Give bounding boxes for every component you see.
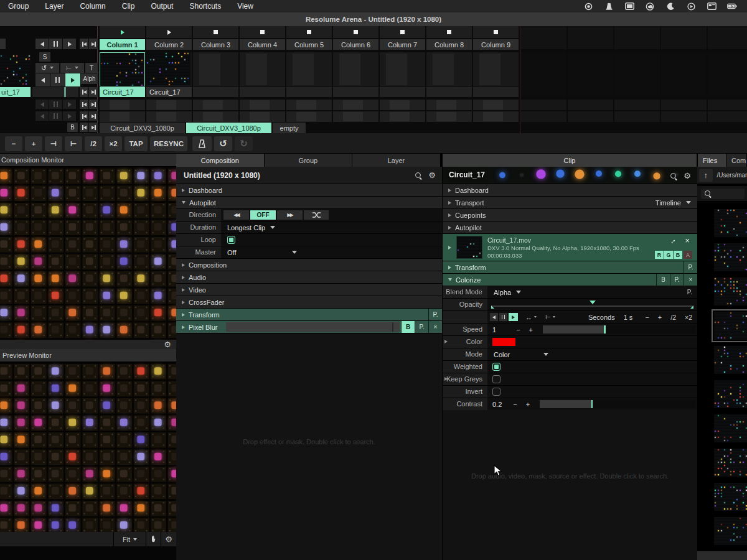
file-thumbnail[interactable]	[714, 380, 747, 408]
layer2-skip-end-button[interactable]	[89, 100, 98, 109]
clip-cell-3[interactable]	[193, 52, 238, 97]
file-thumbnail[interactable]	[714, 243, 747, 271]
menu-group[interactable]: Group	[0, 0, 37, 12]
tab-clip[interactable]: Clip	[443, 154, 697, 167]
blend-mode-param-badge[interactable]: P.	[687, 289, 697, 296]
empty-slot[interactable]	[286, 100, 332, 110]
timeline-unit-dropdown[interactable]: Seconds	[588, 314, 615, 321]
column-9-label[interactable]: Column 9	[473, 39, 519, 50]
layer3-play-button[interactable]	[63, 111, 76, 121]
colorize-bypass-badge[interactable]: B	[656, 274, 670, 286]
layer-pause-button[interactable]	[50, 73, 65, 86]
clip-cell-2[interactable]: Circuit_17	[146, 52, 192, 97]
composition-strip-partial-button[interactable]	[0, 39, 6, 49]
empty-slot[interactable]	[146, 100, 192, 110]
blend-mode-dropdown[interactable]: Alpha P.	[487, 286, 697, 298]
colorize-param-badge[interactable]: P.	[670, 274, 684, 286]
layer-skip-start-button[interactable]	[80, 87, 88, 97]
empty-slot[interactable]	[333, 100, 378, 110]
empty-slot[interactable]	[426, 100, 472, 110]
pixel-blur-param-badge[interactable]: P.	[415, 321, 428, 333]
clip-transform-param-badge[interactable]: P.	[684, 261, 697, 273]
deck-skip-start-button[interactable]	[80, 123, 88, 132]
toolbar-redo-button[interactable]: ↻	[235, 136, 253, 151]
moon-icon[interactable]	[665, 2, 675, 11]
battery-icon[interactable]	[727, 2, 737, 11]
composition-play-button[interactable]	[63, 39, 76, 49]
composition-drop-area[interactable]: Drop effect or mask. Double click to sea…	[176, 334, 442, 560]
file-thumbnail[interactable]	[714, 483, 747, 511]
layer-play-button[interactable]	[65, 73, 80, 86]
contrast-minus-button[interactable]: −	[513, 401, 517, 408]
invert-checkbox[interactable]	[492, 388, 500, 396]
section-audio[interactable]: Audio	[176, 271, 442, 283]
direction-off-button[interactable]: OFF	[250, 210, 276, 220]
menu-layer[interactable]: Layer	[37, 0, 72, 12]
column-4-label[interactable]: Column 4	[240, 39, 285, 50]
clip-cell-8[interactable]	[426, 52, 472, 97]
layer-fader-handle[interactable]	[64, 87, 66, 97]
clip-source-block[interactable]: Circuit_17.mov DXV 3.0 Normal Quality, N…	[443, 234, 697, 261]
menu-output[interactable]: Output	[143, 0, 181, 12]
display-icon[interactable]	[624, 2, 634, 11]
pixel-blur-slider-handle[interactable]	[392, 322, 393, 332]
duration-half-button[interactable]: /2	[670, 314, 676, 321]
duration-minus-button[interactable]: −	[645, 314, 649, 321]
toolbar-minus-button[interactable]: −	[5, 136, 22, 151]
mode-dropdown[interactable]: Color	[487, 348, 697, 360]
gear-icon[interactable]: ⚙	[164, 340, 171, 348]
speed-minus-button[interactable]: −	[516, 326, 520, 334]
section-clip-transform[interactable]: Transform P.	[443, 261, 697, 273]
channel-r-button[interactable]: R	[655, 251, 664, 259]
menu-clip[interactable]: Clip	[114, 0, 143, 12]
layer-solo-button[interactable]: S	[39, 52, 50, 62]
file-thumbnail[interactable]	[714, 312, 747, 340]
layer-alpha-button[interactable]: Alph	[81, 73, 98, 84]
menu-column[interactable]: Column	[72, 0, 113, 12]
files-search-input[interactable]	[701, 189, 745, 199]
speed-value[interactable]: 1	[487, 326, 496, 334]
section-transform[interactable]: Transform P.	[176, 309, 442, 320]
file-thumbnail[interactable]	[714, 449, 747, 477]
timeline-duration-value[interactable]: 1 s	[624, 314, 633, 321]
layer-cue-mode-button[interactable]: ⊢	[60, 63, 84, 73]
empty-slot[interactable]	[100, 111, 145, 122]
toolbar-nudge-forward-button[interactable]: ⊢	[65, 136, 82, 151]
loop-checkbox[interactable]	[227, 236, 235, 244]
toolbar-half-button[interactable]: /2	[85, 136, 102, 151]
empty-slot[interactable]	[333, 111, 378, 122]
composition-skip-end-button[interactable]	[89, 39, 98, 49]
column-1-trigger-button[interactable]	[100, 26, 145, 38]
window-titlebar[interactable]: Resolume Arena - Untitled (1920 x 1080)	[0, 12, 747, 26]
layer2-pause-button[interactable]	[49, 100, 62, 109]
empty-slot[interactable]	[286, 111, 332, 122]
clip-play-button[interactable]	[509, 313, 518, 321]
column-4-trigger-button[interactable]	[240, 26, 285, 38]
contrast-value[interactable]: 0.2	[487, 401, 502, 408]
play-circle-icon[interactable]	[686, 2, 696, 11]
layer-prev-button[interactable]	[35, 73, 50, 86]
section-colorize[interactable]: Colorize B P. ×	[443, 274, 697, 286]
search-icon[interactable]	[415, 172, 422, 179]
speed-slider[interactable]	[543, 325, 696, 334]
tab-layer[interactable]: Layer	[352, 154, 441, 167]
close-icon[interactable]: ×	[685, 236, 690, 245]
deck-tab-3[interactable]: empty	[273, 123, 306, 133]
layer3-pause-button[interactable]	[49, 111, 62, 121]
column-2-trigger-button[interactable]	[146, 26, 192, 38]
column-6-label[interactable]: Column 6	[333, 39, 378, 50]
weighted-checkbox[interactable]	[492, 363, 500, 371]
clip-drop-area[interactable]: Drop audio, video, mask, source or effec…	[443, 410, 697, 560]
direction-forward-button[interactable]: ▶▶	[277, 210, 303, 220]
tab-files[interactable]: Files	[698, 154, 726, 167]
section-clip-cuepoints[interactable]: Cuepoints	[443, 209, 697, 221]
color-swatch[interactable]	[492, 338, 515, 346]
column-7-label[interactable]: Column 7	[380, 39, 425, 50]
pixel-blur-slider[interactable]	[226, 322, 400, 332]
vlc-cone-icon[interactable]	[604, 2, 614, 11]
channel-b-button[interactable]: B	[674, 251, 682, 259]
empty-slot[interactable]	[240, 100, 285, 110]
composition-prev-button[interactable]	[35, 39, 49, 49]
opacity-slider[interactable]	[491, 300, 693, 309]
menu-view[interactable]: View	[229, 0, 261, 12]
